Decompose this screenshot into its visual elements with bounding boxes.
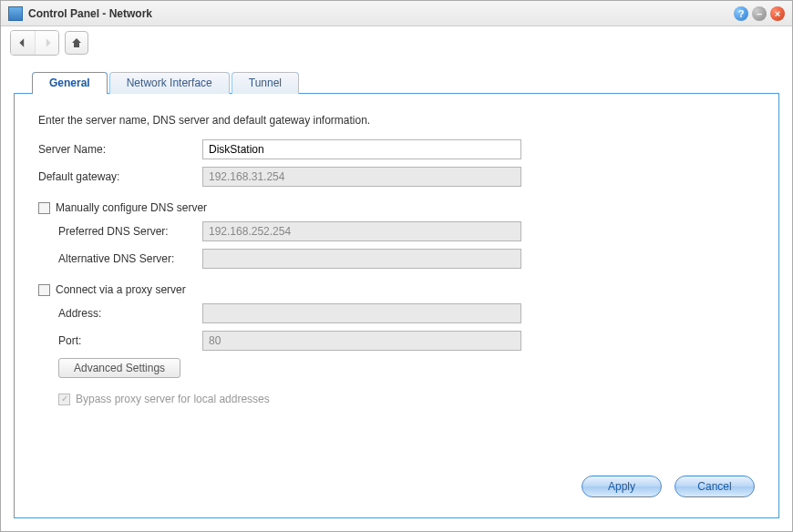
server-name-input[interactable] — [202, 139, 521, 159]
row-proxy-port: Port: — [38, 331, 755, 351]
proxy-port-label: Port: — [58, 334, 202, 347]
row-server-name: Server Name: — [38, 139, 755, 159]
close-button[interactable]: × — [770, 6, 785, 21]
default-gateway-label: Default gateway: — [38, 170, 202, 183]
alternative-dns-input — [202, 249, 521, 269]
alternative-dns-label: Alternative DNS Server: — [58, 252, 202, 265]
back-button[interactable] — [11, 31, 35, 55]
row-alternative-dns: Alternative DNS Server: — [38, 249, 755, 269]
home-button[interactable] — [65, 31, 88, 55]
advanced-settings-button[interactable]: Advanced Settings — [58, 358, 180, 378]
row-proxy-address: Address: — [38, 303, 755, 323]
window-buttons: ? – × — [734, 6, 785, 21]
row-bypass-proxy: ✓ Bypass proxy server for local addresse… — [38, 393, 755, 405]
forward-button[interactable] — [35, 31, 58, 55]
default-gateway-input — [202, 167, 521, 187]
minimize-button[interactable]: – — [752, 6, 767, 21]
titlebar: Control Panel - Network ? – × — [1, 1, 792, 26]
arrow-left-icon — [17, 37, 28, 48]
app-icon — [8, 6, 23, 21]
row-proxy: ✓ Connect via a proxy server — [38, 283, 755, 296]
proxy-label: Connect via a proxy server — [56, 283, 186, 296]
apply-button[interactable]: Apply — [582, 476, 662, 497]
toolbar — [1, 26, 792, 59]
row-default-gateway: Default gateway: — [38, 167, 755, 187]
manual-dns-label: Manually configure DNS server — [56, 201, 207, 214]
home-icon — [71, 37, 82, 48]
proxy-address-label: Address: — [58, 307, 202, 320]
tab-general[interactable]: General — [32, 72, 108, 94]
window-title: Control Panel - Network — [28, 7, 734, 20]
bypass-proxy-label: Bypass proxy server for local addresses — [76, 393, 270, 405]
bypass-proxy-checkbox: ✓ — [58, 394, 70, 405]
server-name-label: Server Name: — [38, 143, 202, 156]
tab-tunnel[interactable]: Tunnel — [232, 72, 299, 94]
proxy-port-input — [202, 331, 521, 351]
tab-network-interface[interactable]: Network Interface — [109, 72, 230, 94]
panel-general: Enter the server name, DNS server and de… — [14, 93, 779, 518]
instruction-text: Enter the server name, DNS server and de… — [38, 114, 755, 127]
arrow-right-icon — [42, 37, 53, 48]
help-button[interactable]: ? — [734, 6, 748, 21]
nav-group — [10, 30, 59, 56]
tab-strip: General Network Interface Tunnel — [14, 72, 779, 94]
preferred-dns-input — [202, 221, 521, 241]
preferred-dns-label: Preferred DNS Server: — [58, 225, 202, 238]
content: General Network Interface Tunnel Enter t… — [1, 59, 792, 531]
row-advanced-settings: Advanced Settings — [38, 358, 755, 378]
row-preferred-dns: Preferred DNS Server: — [38, 221, 755, 241]
manual-dns-checkbox[interactable]: ✓ — [38, 202, 50, 214]
footer: Apply Cancel — [38, 457, 755, 497]
proxy-checkbox[interactable]: ✓ — [38, 284, 50, 296]
row-manual-dns: ✓ Manually configure DNS server — [38, 201, 755, 214]
window: Control Panel - Network ? – × General Ne… — [0, 0, 793, 532]
proxy-address-input — [202, 303, 521, 323]
cancel-button[interactable]: Cancel — [675, 476, 755, 497]
